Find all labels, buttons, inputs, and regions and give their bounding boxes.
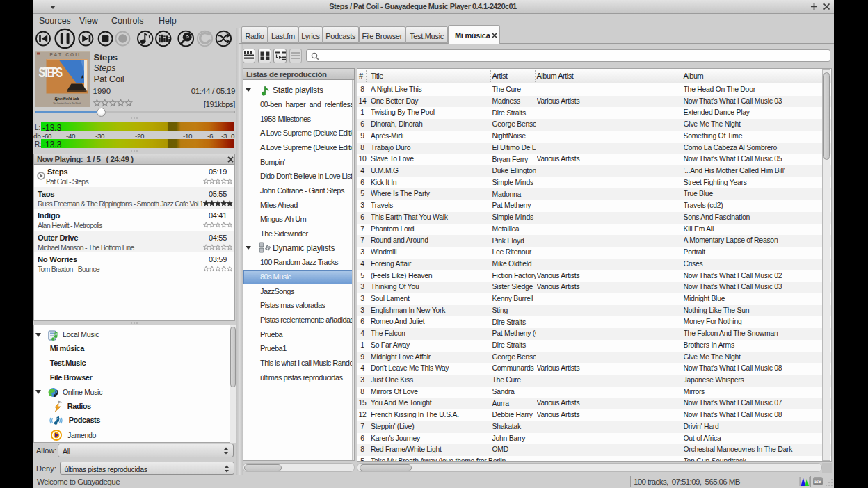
svg-text:STEPS: STEPS [39, 64, 63, 80]
svg-text:■: ■ [56, 98, 58, 101]
svg-text:PAT COIL: PAT COIL [50, 52, 83, 57]
svg-text:The Greatest Jazz In The World: The Greatest Jazz In The World [53, 102, 81, 105]
svg-text:Sheffield lab: Sheffield lab [54, 97, 79, 101]
